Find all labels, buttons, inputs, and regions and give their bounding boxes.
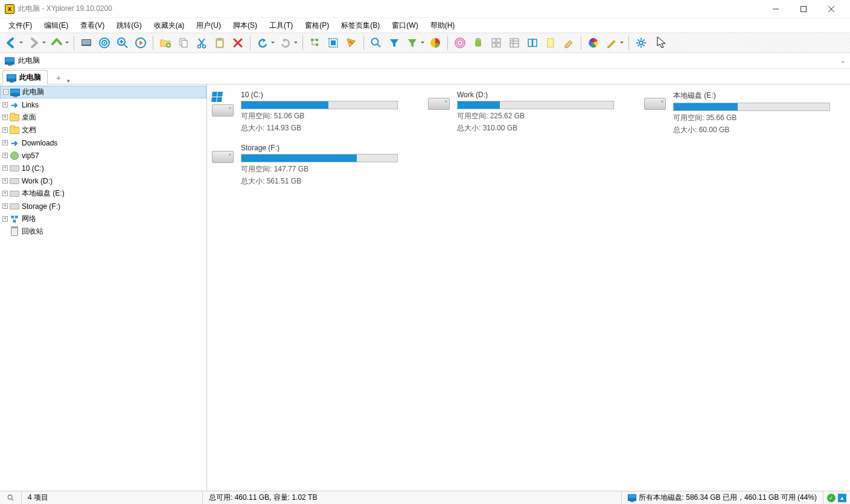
spiral-icon[interactable]: [452, 34, 468, 51]
expand-toggle[interactable]: +: [2, 140, 8, 145]
tree-item[interactable]: −此电脑: [0, 86, 206, 98]
tree-view-icon[interactable]: [307, 34, 324, 51]
pizza-icon[interactable]: [343, 34, 360, 51]
menu-item[interactable]: 文件(F): [2, 19, 38, 32]
zoom-icon[interactable]: [114, 34, 131, 51]
menu-item[interactable]: 用户(U): [190, 19, 227, 32]
svg-line-71: [13, 218, 14, 220]
select-all-icon[interactable]: [325, 34, 342, 51]
color-wheel-icon[interactable]: [585, 34, 602, 51]
tree-item[interactable]: +Work (D:): [0, 174, 206, 187]
grid-large-icon[interactable]: [488, 34, 505, 51]
expand-toggle[interactable]: +: [2, 216, 8, 222]
settings-gear-icon[interactable]: [633, 34, 650, 51]
expand-toggle[interactable]: [2, 229, 8, 234]
drive-usage-bar: [673, 103, 830, 111]
expand-toggle[interactable]: +: [2, 191, 8, 196]
menu-item[interactable]: 帮助(H): [424, 19, 461, 32]
tree-item[interactable]: +桌面: [0, 111, 206, 124]
svg-rect-57: [548, 39, 554, 47]
tab-list-dropdown-icon[interactable]: ▾: [67, 78, 70, 84]
eraser-icon[interactable]: [560, 34, 577, 51]
details-view-icon[interactable]: [506, 34, 523, 51]
expand-toggle[interactable]: +: [2, 165, 8, 171]
content-pane[interactable]: 10 (C:) 可用空间: 51.06 GB 总大小: 114.93 GB Wo…: [207, 85, 850, 491]
expand-toggle[interactable]: −: [3, 89, 8, 95]
expand-toggle[interactable]: +: [2, 127, 8, 133]
pie-chart-icon[interactable]: [427, 34, 444, 51]
minimize-button[interactable]: [762, 0, 790, 18]
svg-point-38: [372, 39, 379, 45]
tree-item[interactable]: +10 (C:): [0, 162, 206, 174]
menu-item[interactable]: 跳转(G): [110, 19, 147, 32]
main-split: −此电脑+➜Links+桌面+文档+➜Downloads+vip57+10 (C…: [0, 85, 850, 491]
copy-button[interactable]: [175, 34, 192, 51]
drive-item[interactable]: 10 (C:) 可用空间: 51.06 GB 总大小: 114.93 GB: [211, 91, 398, 135]
target-icon[interactable]: [96, 34, 113, 51]
forward-button[interactable]: [25, 34, 42, 51]
drive-name: Storage (F:): [241, 144, 398, 152]
play-icon[interactable]: [132, 34, 149, 51]
menu-item[interactable]: 窗口(W): [386, 19, 424, 32]
up-button[interactable]: [48, 34, 65, 51]
new-folder-button[interactable]: [157, 34, 174, 51]
address-dropdown-icon[interactable]: ⌄: [840, 57, 845, 64]
delete-button[interactable]: [229, 34, 246, 51]
filter-icon[interactable]: [386, 34, 403, 51]
drive-item[interactable]: 本地磁盘 (E:) 可用空间: 35.66 GB 总大小: 60.00 GB: [643, 91, 830, 135]
pencil-icon[interactable]: [603, 34, 620, 51]
tree-item[interactable]: +文档: [0, 124, 206, 136]
drive-item[interactable]: Work (D:) 可用空间: 225.62 GB 总大小: 310.00 GB: [427, 91, 614, 135]
tree-item[interactable]: +Storage (F:): [0, 200, 206, 212]
tree-item[interactable]: +vip57: [0, 149, 206, 162]
tab-this-pc[interactable]: 此电脑: [2, 70, 48, 85]
expand-toggle[interactable]: +: [2, 203, 8, 209]
folder-tree[interactable]: −此电脑+➜Links+桌面+文档+➜Downloads+vip57+10 (C…: [0, 85, 207, 491]
svg-rect-25: [217, 41, 222, 46]
expand-toggle[interactable]: +: [2, 178, 8, 183]
menu-item[interactable]: 脚本(S): [227, 19, 263, 32]
tree-item-label: 此电脑: [22, 87, 44, 97]
expand-toggle[interactable]: +: [2, 153, 8, 158]
note-icon[interactable]: [542, 34, 559, 51]
status-search-button[interactable]: [0, 491, 22, 504]
tree-item[interactable]: +网络: [0, 212, 206, 225]
recycle-icon: [10, 227, 19, 237]
drive-item[interactable]: Storage (F:) 可用空间: 147.77 GB 总大小: 561.51…: [211, 144, 398, 187]
maximize-button[interactable]: [790, 0, 817, 18]
paste-button[interactable]: [211, 34, 228, 51]
redo-button[interactable]: [277, 34, 294, 51]
menu-item[interactable]: 收藏夹(a): [148, 19, 191, 32]
tree-item[interactable]: +本地磁盘 (E:): [0, 187, 206, 200]
android-icon[interactable]: [470, 34, 487, 51]
cut-button[interactable]: [193, 34, 210, 51]
drive-total-text: 总大小: 114.93 GB: [241, 123, 398, 133]
computer-icon: [7, 74, 16, 81]
drive-free-text: 可用空间: 147.77 GB: [241, 164, 398, 174]
drive-total-text: 总大小: 310.00 GB: [457, 123, 614, 133]
add-tab-button[interactable]: +: [54, 72, 63, 84]
menu-item[interactable]: 编辑(E): [38, 19, 74, 32]
menu-item[interactable]: 工具(T): [263, 19, 299, 32]
address-bar[interactable]: 此电脑 ⌄: [0, 53, 850, 69]
status-ok-icon: ✓: [827, 494, 836, 502]
search-button[interactable]: [368, 34, 385, 51]
drives-button[interactable]: [78, 34, 95, 51]
expand-toggle[interactable]: +: [2, 115, 8, 120]
svg-rect-29: [316, 39, 318, 41]
undo-button[interactable]: [254, 34, 271, 51]
menu-item[interactable]: 窗格(P): [299, 19, 335, 32]
tree-item[interactable]: +➜Downloads: [0, 136, 206, 149]
filter-green-icon[interactable]: [404, 34, 421, 51]
tree-item[interactable]: +➜Links: [0, 98, 206, 111]
tree-item[interactable]: 回收站: [0, 225, 206, 238]
back-button[interactable]: [2, 34, 19, 51]
tree-item-label: Work (D:): [22, 177, 53, 185]
drive-usage-bar: [241, 101, 398, 109]
expand-toggle[interactable]: +: [2, 102, 8, 107]
menu-item[interactable]: 查看(V): [74, 19, 110, 32]
dual-pane-icon[interactable]: [524, 34, 541, 51]
drive-icon: [211, 91, 235, 117]
close-button[interactable]: [817, 0, 845, 18]
menu-item[interactable]: 标签页集(B): [335, 19, 386, 32]
